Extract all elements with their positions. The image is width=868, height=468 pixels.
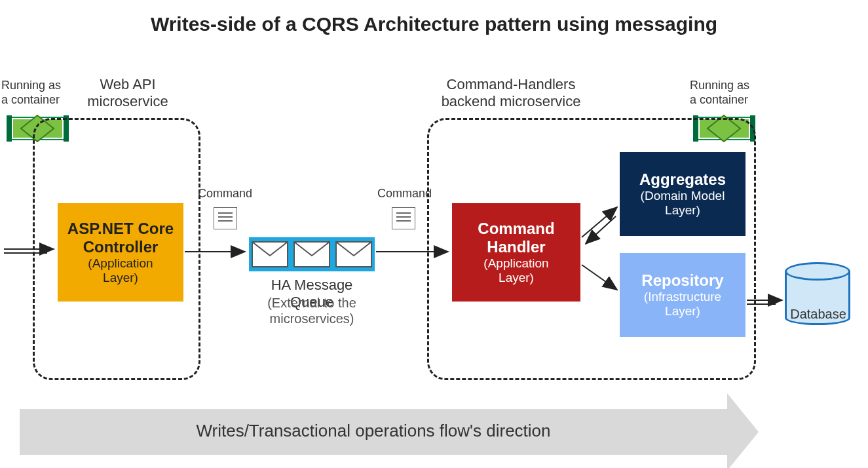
backend-label: Command-Handlers backend microservice	[419, 76, 603, 111]
command-label-2: Command	[377, 187, 432, 201]
handler-block: Command Handler (Application Layer)	[452, 203, 580, 302]
repository-block: Repository (Infrastructure Layer)	[620, 253, 745, 337]
database-label: Database	[782, 307, 854, 322]
flow-text: Writes/Transactional operations flow's d…	[20, 421, 727, 441]
running-label-left: Running as a container	[1, 79, 73, 107]
controller-sub: (Application Layer)	[58, 256, 183, 285]
handler-title: Command Handler	[452, 220, 580, 256]
repository-sub: (Infrastructure Layer)	[620, 290, 745, 319]
envelope-icon	[335, 241, 372, 267]
envelope-icon	[293, 241, 330, 267]
repository-title: Repository	[620, 271, 745, 290]
controller-block: ASP.NET Core Controller (Application Lay…	[58, 203, 183, 302]
doc-icon-1	[214, 207, 237, 229]
queue-sub: (External to the microservices)	[249, 295, 375, 326]
flow-arrow: Writes/Transactional operations flow's d…	[20, 409, 727, 455]
doc-icon-2	[392, 207, 415, 229]
message-queue	[249, 237, 375, 271]
aggregates-block: Aggregates (Domain Model Layer)	[620, 152, 745, 236]
svg-rect-4	[7, 115, 12, 142]
command-label-1: Command	[198, 187, 252, 201]
aggregates-sub: (Domain Model Layer)	[620, 189, 745, 218]
diagram-title: Writes-side of a CQRS Architecture patte…	[0, 13, 868, 35]
aggregates-title: Aggregates	[620, 170, 745, 189]
webapi-label: Web API microservice	[79, 76, 177, 111]
controller-title: ASP.NET Core Controller	[58, 220, 183, 256]
running-label-right: Running as a container	[690, 79, 762, 107]
handler-sub: (Application Layer)	[452, 256, 580, 285]
envelope-icon	[252, 241, 288, 267]
